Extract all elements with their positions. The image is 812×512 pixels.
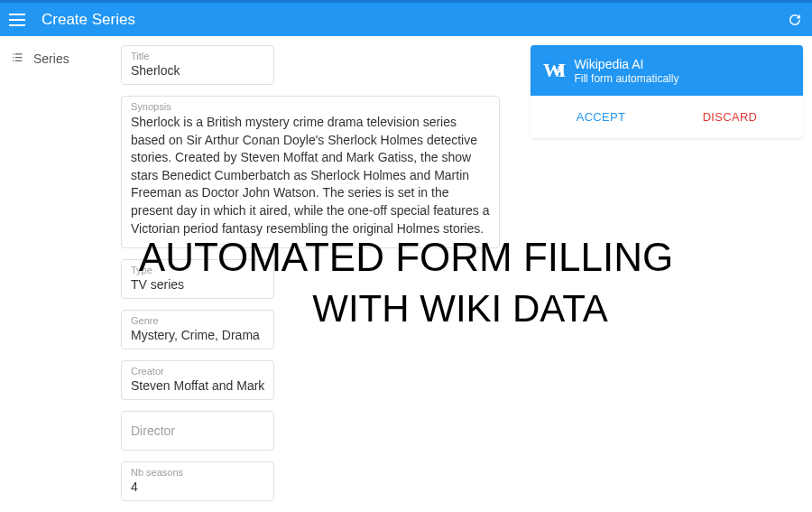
nbseasons-label: Nb seasons: [131, 466, 264, 479]
director-field-wrapper: [121, 411, 274, 451]
topbar: Create Series: [0, 0, 812, 36]
ai-actions: ACCEPT DISCARD: [531, 96, 803, 138]
accept-button[interactable]: ACCEPT: [577, 110, 626, 124]
sidebar-item-series[interactable]: Series: [0, 45, 110, 72]
discard-button[interactable]: DISCARD: [703, 110, 758, 124]
genre-input[interactable]: [131, 327, 264, 343]
list-icon: [11, 51, 24, 67]
creator-label: Creator: [131, 365, 264, 377]
ai-header-text: Wikipedia AI Fill form automatically: [574, 56, 678, 85]
ai-card: WAI Wikipedia AI Fill form automatically…: [531, 45, 803, 138]
page-title: Create Series: [42, 11, 787, 29]
type-label: Type: [131, 264, 264, 276]
synopsis-label: Synopsis: [131, 100, 490, 113]
creator-input[interactable]: [131, 377, 264, 394]
genre-field-wrapper: Genre: [121, 310, 274, 349]
synopsis-field-wrapper: Synopsis Sherlock is a British mystery c…: [121, 96, 500, 248]
genre-label: Genre: [131, 314, 264, 327]
title-field-wrapper: Title: [121, 45, 274, 85]
form-area: Title Synopsis Sherlock is a British mys…: [110, 36, 531, 512]
nbseasons-input[interactable]: [131, 479, 264, 495]
title-input[interactable]: [131, 62, 264, 79]
ai-subtitle: Fill form automatically: [574, 72, 678, 85]
right-panel: WAI Wikipedia AI Fill form automatically…: [531, 36, 812, 512]
creator-field-wrapper: Creator: [121, 360, 274, 400]
refresh-icon[interactable]: [787, 12, 803, 28]
director-input[interactable]: [131, 423, 264, 439]
main-layout: Series Title Synopsis Sherlock is a Brit…: [0, 36, 812, 512]
nbseasons-field-wrapper: Nb seasons: [121, 461, 274, 501]
title-label: Title: [131, 50, 264, 62]
wikipedia-ai-logo-icon: WAI: [543, 61, 563, 80]
menu-icon[interactable]: [9, 10, 29, 30]
ai-header: WAI Wikipedia AI Fill form automatically: [531, 45, 803, 96]
synopsis-input[interactable]: Sherlock is a British mystery crime dram…: [131, 113, 490, 239]
ai-title: Wikipedia AI: [574, 56, 678, 72]
sidebar-item-label: Series: [33, 51, 69, 66]
type-field-wrapper: Type: [121, 259, 274, 299]
type-input[interactable]: [131, 276, 264, 293]
sidebar: Series: [0, 36, 110, 512]
